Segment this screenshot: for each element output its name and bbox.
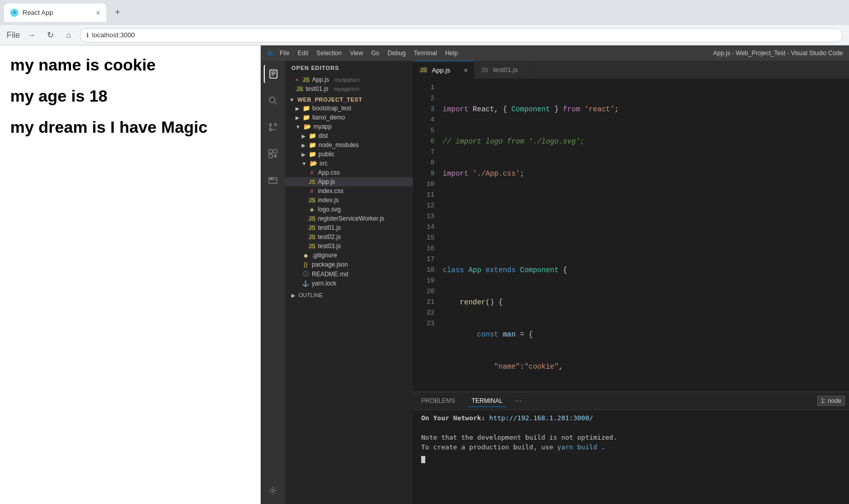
file-package-json[interactable]: {} package.json <box>285 260 413 269</box>
file-readme[interactable]: ⓘ README.md <box>285 269 413 279</box>
code-line-9: "name":"cookie", <box>439 362 849 372</box>
reload-button[interactable]: ↻ <box>43 28 57 42</box>
code-line-2: // import logo from './logo.svg'; <box>439 136 849 147</box>
code-editor[interactable]: 12345 678910 1112131415 1617181920 21222… <box>413 79 849 392</box>
folder-lianxi[interactable]: ▶ 📁 lianxi_demo <box>285 113 413 122</box>
node-modules-arrow: ▶ <box>302 142 306 148</box>
menu-edit[interactable]: Edit <box>297 50 308 57</box>
new-tab-button[interactable]: + <box>110 6 125 20</box>
folder-src[interactable]: ▼ 📂 src <box>285 159 413 168</box>
file-test03-js[interactable]: JS test03.js <box>285 242 413 251</box>
remote-icon[interactable] <box>264 171 282 189</box>
menu-terminal[interactable]: Terminal <box>414 50 437 57</box>
outline-label: OUTLINE <box>299 292 323 298</box>
tab-terminal[interactable]: TERMINAL <box>468 395 507 407</box>
menu-file[interactable]: File <box>280 50 289 57</box>
file-package-json-label: package.json <box>312 261 348 268</box>
folder-bootstrap-label: bootstrap_test <box>312 105 351 112</box>
svg-point-4 <box>269 97 275 103</box>
terminal-tabs: PROBLEMS TERMINAL ··· 1: node <box>413 392 849 410</box>
open-file-appjs[interactable]: × JS App.js myapp\src <box>285 75 413 84</box>
file-index-js-label: index.js <box>318 197 339 204</box>
myapp-arrow: ▼ <box>295 124 301 130</box>
tab-problems[interactable]: PROBLEMS <box>417 395 460 406</box>
forward-button[interactable]: → <box>25 28 39 42</box>
file-register-sw-label: registerServiceWorker.js <box>318 215 384 222</box>
folder-public[interactable]: ▶ 📁 public <box>285 150 413 159</box>
explorer-icon[interactable] <box>264 65 282 83</box>
tab-appjs[interactable]: JS App.js × <box>413 61 474 79</box>
back-button[interactable]: File <box>6 28 20 42</box>
project-root[interactable]: ▼ WEB_PROJECT_TEST <box>285 95 413 104</box>
folder-myapp[interactable]: ▼ 📂 myapp <box>285 122 413 131</box>
svg-point-6 <box>269 124 271 126</box>
svg-rect-0 <box>270 70 277 78</box>
url-text: localhost:3000 <box>92 31 135 39</box>
file-test02-js[interactable]: JS test02.js <box>285 232 413 242</box>
browser-tab[interactable]: ⚛ React App × <box>4 4 106 22</box>
folder-bootstrap[interactable]: ▶ 📁 bootstrap_test <box>285 104 413 113</box>
tab-close-appjs[interactable]: × <box>464 66 468 74</box>
menu-go[interactable]: Go <box>371 50 379 57</box>
folder-dist[interactable]: ▶ 📁 dist <box>285 131 413 140</box>
terminal-node-dropdown[interactable]: 1: node <box>817 396 845 406</box>
vscode-menu-bar: File Edit Selection View Go Debug Termin… <box>280 50 458 57</box>
file-logo-svg[interactable]: ◈ logo.svg <box>285 205 413 214</box>
editor-area: JS App.js × JS test01.js 12345 678910 11… <box>413 61 849 504</box>
folder-public-label: public <box>318 151 334 158</box>
home-button[interactable]: ⌂ <box>61 28 76 42</box>
file-index-css-label: index.css <box>318 187 343 195</box>
search-icon[interactable] <box>264 91 282 110</box>
bootstrap-arrow: ▶ <box>295 106 300 111</box>
open-file-test01-label: test01.js <box>306 85 329 92</box>
root-arrow: ▼ <box>289 97 294 103</box>
file-app-css[interactable]: # App.css <box>285 168 413 177</box>
folder-icon-myapp: 📂 <box>304 123 311 130</box>
file-test01-js[interactable]: JS test01.js <box>285 223 413 232</box>
tab-js-icon-test01: JS <box>480 67 489 73</box>
lianxi-arrow: ▶ <box>295 115 300 121</box>
css-icon-indexcss: # <box>308 188 316 194</box>
file-index-js[interactable]: JS index.js <box>285 196 413 205</box>
browser-content: my name is cookie my age is 18 my dream … <box>0 45 261 504</box>
tab-test01-label: test01.js <box>493 66 518 74</box>
settings-icon[interactable] <box>264 482 282 500</box>
js-icon-test01: JS <box>308 225 316 231</box>
open-file-test01-hint: myapp\src <box>334 86 360 92</box>
outline-section[interactable]: ▶ OUTLINE <box>285 288 413 302</box>
folder-src-label: src <box>319 160 328 167</box>
terminal-line-1: On Your Network: http://192.168.1.201:30… <box>421 414 841 422</box>
source-control-icon[interactable] <box>264 118 282 136</box>
folder-node-modules-label: node_modules <box>318 141 359 149</box>
menu-debug[interactable]: Debug <box>387 50 405 57</box>
tab-title: React App <box>22 9 53 16</box>
activity-bar <box>261 61 285 504</box>
output-line1: my name is cookie <box>10 56 250 75</box>
code-line-7: render() { <box>439 297 849 308</box>
menu-help[interactable]: Help <box>445 50 458 57</box>
folder-node-modules[interactable]: ▶ 📁 node_modules <box>285 140 413 150</box>
terminal-more-options[interactable]: ··· <box>515 396 521 405</box>
address-bar[interactable]: ℹ localhost:3000 <box>80 28 843 42</box>
js-icon-indexjs: JS <box>308 197 316 203</box>
file-app-js[interactable]: JS App.js <box>285 177 413 186</box>
file-index-css[interactable]: # index.css <box>285 186 413 196</box>
folder-lianxi-label: lianxi_demo <box>312 114 345 121</box>
code-line-3: import './App.css'; <box>439 169 849 179</box>
menu-view[interactable]: View <box>350 50 363 57</box>
file-gitignore[interactable]: ◆ .gitignore <box>285 251 413 260</box>
close-x-icon[interactable]: × <box>295 77 299 83</box>
tab-close-button[interactable]: × <box>96 9 100 17</box>
file-register-sw[interactable]: JS registerServiceWorker.js <box>285 214 413 223</box>
menu-selection[interactable]: Selection <box>316 50 341 57</box>
code-line-1: import React, { Component } from 'react'… <box>439 104 849 115</box>
extensions-icon[interactable] <box>264 145 282 163</box>
open-file-test01js[interactable]: JS test01.js myapp\src <box>285 84 413 93</box>
terminal-content: On Your Network: http://192.168.1.201:30… <box>413 410 849 504</box>
vscode-icon: ≋ <box>267 49 273 58</box>
js-file-icon: JS <box>302 77 310 83</box>
dist-arrow: ▶ <box>302 133 306 139</box>
file-yarn-lock[interactable]: ⚓ yarn.lock <box>285 279 413 288</box>
tab-test01js[interactable]: JS test01.js <box>474 61 536 79</box>
line-numbers: 12345 678910 1112131415 1617181920 21222… <box>413 79 439 392</box>
